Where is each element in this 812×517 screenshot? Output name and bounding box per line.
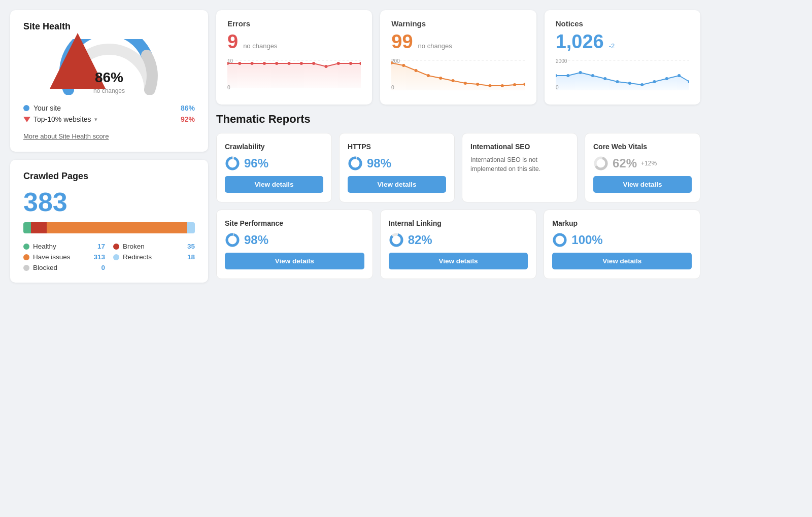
gauge-container: 86% no changes <box>23 39 195 95</box>
svg-point-43 <box>628 82 631 85</box>
svg-point-9 <box>275 62 278 65</box>
metrics-row: Errors 9 no changes <box>216 10 700 105</box>
svg-point-47 <box>678 74 681 77</box>
dot-blocked <box>23 265 29 271</box>
svg-point-56 <box>227 234 238 246</box>
errors-value-row: 9 no changes <box>227 31 361 53</box>
dot-redirects <box>113 254 119 260</box>
svg-point-22 <box>402 64 405 67</box>
legend-broken: Broken 35 <box>113 243 195 250</box>
report-site-performance: Site Performance 98% View details <box>216 210 373 279</box>
svg-text:0: 0 <box>556 85 559 90</box>
your-site-value: 86% <box>181 104 195 112</box>
svg-point-12 <box>312 62 315 65</box>
your-site-legend: Your site 86% <box>23 104 195 112</box>
val-blocked: 0 <box>101 264 105 271</box>
crawlability-donut-icon <box>225 156 240 171</box>
svg-point-8 <box>263 62 266 65</box>
svg-point-14 <box>337 62 340 65</box>
warnings-title: Warnings <box>391 19 525 28</box>
svg-point-11 <box>300 62 303 65</box>
svg-marker-1 <box>227 63 361 88</box>
label-blocked: Blocked <box>33 264 57 271</box>
reports-grid-bottom: Site Performance 98% View details Intern… <box>216 210 700 279</box>
report-intl-seo-note: International SEO is not implemented on … <box>470 156 569 174</box>
notices-value-row: 1,026 -2 <box>556 31 689 53</box>
warnings-card: Warnings 99 no changes <box>380 10 536 105</box>
svg-point-27 <box>464 82 467 85</box>
markup-view-btn[interactable]: View details <box>552 253 692 269</box>
svg-point-45 <box>653 80 656 83</box>
reports-grid-top: Crawlability 96% View details HTTPS <box>216 133 700 202</box>
https-view-btn[interactable]: View details <box>348 176 446 193</box>
crawled-pages-total: 383 <box>23 189 195 215</box>
report-https-score: 98% <box>367 156 391 170</box>
thematic-reports-section: Thematic Reports Crawlability 96% View d… <box>216 113 700 286</box>
svg-point-41 <box>603 77 606 80</box>
report-internal-linking-name: Internal Linking <box>389 219 528 227</box>
notices-value: 1,026 <box>556 31 604 53</box>
report-cwv-score-row: 62% +12% <box>593 156 692 171</box>
svg-point-42 <box>616 80 619 83</box>
svg-marker-33 <box>556 73 689 90</box>
crawled-pages-title: Crawled Pages <box>23 171 195 182</box>
top10-label: Top-10% websites <box>33 115 91 123</box>
cwv-view-btn[interactable]: View details <box>593 176 692 193</box>
svg-point-31 <box>513 83 516 86</box>
dot-broken <box>113 244 119 250</box>
gauge-subtext: no changes <box>93 87 125 94</box>
report-internal-linking-score: 82% <box>408 233 432 247</box>
bar-healthy <box>23 222 31 233</box>
more-about-score-link[interactable]: More about Site Health score <box>23 132 109 140</box>
svg-point-39 <box>579 71 582 74</box>
errors-chart: 10 0 <box>227 58 361 93</box>
report-markup-score: 100% <box>571 233 602 247</box>
errors-change: no changes <box>243 42 277 50</box>
internal-linking-view-btn[interactable]: View details <box>389 253 528 269</box>
val-issues: 313 <box>93 253 105 261</box>
top10-value: 92% <box>181 115 195 123</box>
report-crawlability-score: 96% <box>244 156 268 170</box>
svg-point-10 <box>287 62 290 65</box>
svg-point-7 <box>251 62 254 65</box>
site-perf-donut-icon <box>225 232 240 248</box>
svg-point-60 <box>554 234 565 246</box>
site-perf-view-btn[interactable]: View details <box>225 253 364 269</box>
warnings-chart: 200 0 <box>391 58 525 93</box>
https-donut-icon <box>348 156 363 171</box>
report-https: HTTPS 98% View details <box>339 133 455 202</box>
report-crawlability-score-row: 96% <box>225 156 323 171</box>
report-cwv-change: +12% <box>641 160 657 167</box>
report-cwv-name: Core Web Vitals <box>593 143 692 151</box>
report-cwv: Core Web Vitals 62% +12% View details <box>585 133 700 202</box>
dot-healthy <box>23 244 29 250</box>
report-cwv-score: 62% <box>613 156 637 170</box>
report-internal-linking-score-row: 82% <box>389 232 528 248</box>
legend-blocked: Blocked 0 <box>23 264 105 271</box>
svg-point-15 <box>349 62 352 65</box>
svg-point-30 <box>501 84 504 87</box>
bar-redirects <box>187 222 195 233</box>
legend-redirects: Redirects 18 <box>113 253 195 261</box>
svg-point-46 <box>665 77 668 80</box>
report-site-performance-score-row: 98% <box>225 232 364 248</box>
svg-point-52 <box>350 158 361 169</box>
report-https-score-row: 98% <box>348 156 446 171</box>
label-healthy: Healthy <box>33 243 56 250</box>
report-site-performance-name: Site Performance <box>225 219 364 227</box>
gauge-text: 86% no changes <box>93 70 125 95</box>
errors-title: Errors <box>227 19 361 28</box>
val-healthy: 17 <box>97 243 105 250</box>
crawlability-view-btn[interactable]: View details <box>225 176 323 193</box>
report-markup-score-row: 100% <box>552 232 692 248</box>
bar-issues <box>47 222 187 233</box>
svg-point-25 <box>439 77 443 80</box>
top10-chevron-icon[interactable]: ▾ <box>94 116 97 123</box>
svg-point-29 <box>489 84 492 87</box>
notices-chart: 2000 0 <box>556 58 689 93</box>
val-broken: 35 <box>187 243 195 250</box>
report-intl-seo: International SEO International SEO is n… <box>462 133 578 202</box>
markup-donut-icon <box>552 232 567 248</box>
crawled-legend-grid: Healthy 17 Broken 35 Have issues <box>23 243 195 271</box>
notices-title: Notices <box>556 19 689 28</box>
